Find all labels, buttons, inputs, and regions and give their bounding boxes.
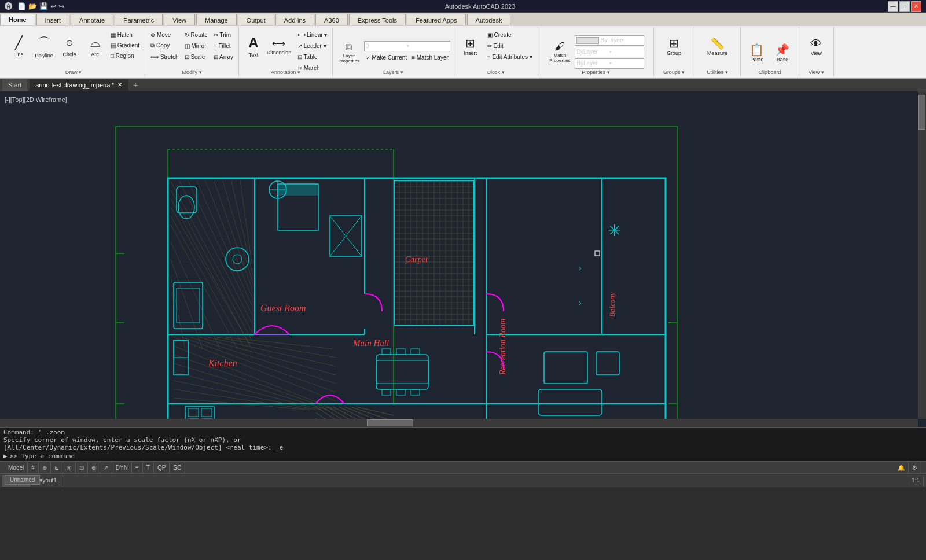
dyn-btn[interactable]: DYN [112,462,132,473]
command-prompt[interactable]: ▶ >> Type a command [3,452,923,460]
linetype-dropdown[interactable]: ByLayer ▾ [575,47,644,57]
tpy-btn[interactable]: T [143,462,154,473]
line-button[interactable]: ╱ Line [6,30,31,63]
model-status-btn[interactable]: Model [5,462,28,473]
ribbon-group-layers: ⧈ LayerProperties 0 ▾ ✓ Make Current ≡ M… [333,27,454,76]
tab-featured[interactable]: Featured Apps [407,14,466,25]
move-button[interactable]: ⊕ Move [149,30,180,40]
mirror-button[interactable]: ◫ Mirror [183,40,210,51]
tab-a360[interactable]: A360 [315,14,348,25]
tab-annotate[interactable]: Annotate [71,14,113,25]
group-button[interactable]: ⊞ Group [659,30,688,63]
group-icon: ⊞ [669,36,679,50]
maximize-btn[interactable]: □ [899,1,910,12]
base-button[interactable]: 📌 Base [770,36,795,69]
minimize-btn[interactable]: — [888,1,898,12]
save-btn[interactable]: 💾 [39,2,48,10]
grid-btn[interactable]: # [28,462,39,473]
scale-button[interactable]: ⊡ Scale [183,51,210,62]
close-btn[interactable]: ✕ [911,1,921,12]
tab-home[interactable]: Home [0,14,35,25]
undo-btn[interactable]: ↩ [50,2,56,10]
arc-button[interactable]: ⌓ Arc [82,30,108,63]
make-current-button[interactable]: ✓ Make Current [364,53,409,63]
settings-btn[interactable]: ⚙ [909,462,921,473]
unnamed-button[interactable]: Unnamed [5,475,40,485]
lwt-btn[interactable]: ≡ [132,462,143,473]
edit-attributes-button[interactable]: ≡ Edit Attributes ▾ [486,51,534,62]
tab-insert[interactable]: Insert [36,14,70,25]
line-icon: ╱ [15,35,23,50]
itrack-btn[interactable]: ⊕ [88,462,100,473]
viewport-label: [-][Top][2D Wireframe] [5,96,67,103]
new-btn[interactable]: 📄 [17,2,26,10]
tab-view[interactable]: View [164,14,195,25]
horizontal-scrollbar[interactable] [0,419,918,427]
layer-properties-button[interactable]: ⧈ LayerProperties [336,39,362,65]
fillet-button[interactable]: ⌐ Fillet [212,40,235,51]
arc-label: Arc [91,51,99,57]
lineweight-dropdown[interactable]: ByLayer ▾ [575,58,644,69]
polyline-button[interactable]: ⌒ Polyline [31,30,57,63]
command-window[interactable]: Command: '_.zoom Specify corner of windo… [0,428,926,461]
snap-btn[interactable]: ⊕ [39,462,51,473]
table-button[interactable]: ⊟ Table [296,51,329,62]
tab-express[interactable]: Express Tools [349,14,406,25]
vertical-scrollbar-thumb[interactable] [918,95,925,130]
new-tab-button[interactable]: + [128,79,142,91]
horizontal-scrollbar-thumb[interactable] [367,419,413,426]
insert-button[interactable]: ⊞ Insert [458,30,483,63]
ortho-btn[interactable]: ⊾ [51,462,63,473]
edit-block-button[interactable]: ✏ Edit [486,40,534,51]
stretch-button[interactable]: ⟺ Stretch [149,51,180,62]
isnap-btn[interactable]: ⊡ [76,462,88,473]
rotate-button[interactable]: ↻ Rotate [183,30,210,40]
tab-parametric[interactable]: Parametric [115,14,163,25]
redo-btn[interactable]: ↪ [58,2,64,10]
create-block-button[interactable]: ▣ Create [486,30,534,40]
circle-button[interactable]: ○ Circle [57,30,82,63]
hatch-button[interactable]: ▦ Hatch [109,30,141,40]
dimension-button[interactable]: ⟷ Dimension [264,30,293,63]
vertical-scrollbar[interactable] [918,91,926,419]
tab-addins[interactable]: Add-ins [275,14,314,25]
status-bar: Command: '_.zoom Specify corner of windo… [0,427,926,473]
measure-icon: 📏 [710,36,725,50]
measure-button[interactable]: 📏 Measure [703,30,732,63]
copy-button[interactable]: ⧉ Copy [149,40,180,51]
open-btn[interactable]: 📂 [28,2,37,10]
sc-btn[interactable]: SC [170,462,185,473]
gradient-button[interactable]: ▤ Gradient [109,40,141,50]
color-dropdown[interactable]: ByLayer ▾ [575,35,644,46]
kitchen-label: Kitchen [208,358,237,368]
paste-button[interactable]: 📋 Paste [744,36,770,69]
notification-btn[interactable]: 🔔 [894,462,909,473]
tab-autodesk[interactable]: Autodesk [467,14,511,25]
ducs-btn[interactable]: ↗ [100,462,112,473]
main-hall-label: Main Hall [352,338,389,348]
view-button[interactable]: 👁 View [803,30,829,63]
tab-manage[interactable]: Manage [196,14,237,25]
trim-button[interactable]: ✂ Trim [212,30,235,40]
draw-tools: ╱ Line ⌒ Polyline ○ Circle ⌓ Arc ▦ Hatch [6,28,141,75]
start-tab[interactable]: Start [2,79,27,91]
file-tab-drawing[interactable]: anno test drawing_imperial* ✕ [30,79,128,91]
text-button[interactable]: A Text [242,30,264,63]
lineweight-value: ByLayer [576,60,609,67]
file-tab-close[interactable]: ✕ [117,82,122,88]
layer-dropdown[interactable]: 0 ▾ [364,41,450,51]
tab-output[interactable]: Output [238,14,274,25]
ribbon: Home Insert Annotate Parametric View Man… [0,13,926,79]
linear-button[interactable]: ⟷ Linear ▾ [296,30,329,40]
region-button[interactable]: □ Region [109,50,141,61]
qp-btn[interactable]: QP [154,462,170,473]
leader-button[interactable]: ↗ Leader ▾ [296,40,329,51]
drawing-viewport[interactable]: [-][Top][2D Wireframe] [0,91,926,427]
match-properties-button[interactable]: 🖌 MatchProperties [547,39,572,65]
color-value: ByLayer [601,37,622,43]
array-button[interactable]: ⊞ Array [212,51,235,62]
groups-group-label: Groups ▾ [654,69,694,75]
utilities-tools: 📏 Measure [703,28,732,75]
match-layer-button[interactable]: ≡ Match Layer [410,53,450,63]
polar-btn[interactable]: ◎ [63,462,76,473]
